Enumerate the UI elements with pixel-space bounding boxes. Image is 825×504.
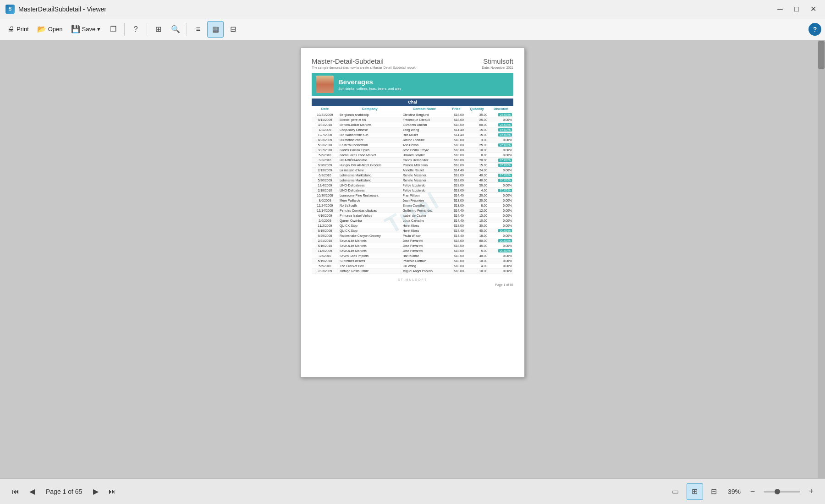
cell-discount: 0.00% <box>489 268 513 274</box>
table-row: 5/5/2010 The Cracker Box Liu Wong $18.00… <box>312 263 513 268</box>
view-multi-button[interactable]: ⊟ <box>706 483 722 500</box>
cell-qty: 60.00 <box>465 122 489 127</box>
col-discount: Discount <box>489 106 513 112</box>
toolbar-btn-4[interactable]: 🔍 <box>167 21 184 38</box>
cell-discount: 0.00% <box>489 213 513 218</box>
cell-discount: 0.00% <box>489 117 513 122</box>
cell-contact: Miguel Angel Paolino <box>401 268 447 274</box>
nav-next-button[interactable]: ▶ <box>88 483 104 500</box>
view-page-button[interactable]: ⊞ <box>687 483 703 500</box>
cell-qty: 10.00 <box>465 258 489 263</box>
page-number: Page 1 of 65 <box>312 283 513 286</box>
cell-date: 9/26/2009 <box>312 163 338 168</box>
cell-qty: 24.00 <box>465 168 489 173</box>
cell-price: $14.40 <box>447 132 465 137</box>
nav-prev-button[interactable]: ◀ <box>24 483 40 500</box>
category-image-inner <box>316 76 334 93</box>
cell-company: Princesa Isabel Vinhos <box>338 213 401 218</box>
cell-date: 11/2/2009 <box>312 223 338 228</box>
save-button[interactable]: 💾 Save ▾ <box>67 21 104 38</box>
cell-company: Hungry Owl All-Night Grocers <box>338 163 401 168</box>
cell-price: $18.00 <box>447 158 465 163</box>
cell-qty: 12.00 <box>465 208 489 213</box>
cell-contact: Hari Kumar <box>401 253 447 258</box>
report-brand: Stimulsoft <box>483 57 513 65</box>
cell-discount: 15.00% <box>489 173 513 178</box>
toolbar-btn-1[interactable]: ❐ <box>105 21 121 38</box>
cell-contact: Patricia McKenna <box>401 163 447 168</box>
cell-company: Blondel père et fils <box>338 117 401 122</box>
category-text: Beverages Soft drinks, coffees, teas, be… <box>338 78 401 91</box>
report-footer: STIMULSOFT <box>312 278 513 281</box>
nav-last-button[interactable]: ⏭ <box>104 483 121 500</box>
cell-price: $14.40 <box>447 233 465 238</box>
view-single-button[interactable]: ▭ <box>667 483 684 500</box>
col-price: Price <box>447 106 465 112</box>
save-label: Save <box>82 26 96 33</box>
close-button[interactable]: ✕ <box>807 3 820 16</box>
cell-date: 2/18/2010 <box>312 188 338 193</box>
toolbar-btn-5[interactable]: ≡ <box>190 21 206 38</box>
zoom-out-button[interactable]: − <box>746 485 759 498</box>
cell-company: Great Lakes Food Market <box>338 153 401 158</box>
cell-discount: 20.00% <box>489 248 513 253</box>
table-row: 6/3/2010 Lehmanns Marktstand Renate Mess… <box>312 173 513 178</box>
cell-date: 10/31/2009 <box>312 112 338 117</box>
col-date: Date <box>312 106 338 112</box>
cell-discount: 0.00% <box>489 218 513 223</box>
cell-contact: Renate Messner <box>401 178 447 183</box>
cell-price: $18.00 <box>447 263 465 268</box>
cell-contact: Elizabeth Lincoln <box>401 122 447 127</box>
toolbar-btn-3[interactable]: ⊞ <box>150 21 166 38</box>
cell-contact: Paula Wilson <box>401 233 447 238</box>
maximize-button[interactable]: □ <box>790 3 803 16</box>
cell-price: $18.00 <box>447 253 465 258</box>
cell-discount: 25.00% <box>489 188 513 193</box>
help-button[interactable]: ? <box>808 23 821 36</box>
cell-company: Save-a-lot Markets <box>338 238 401 243</box>
zoom-in-button[interactable]: + <box>805 485 818 498</box>
cell-price: $18.00 <box>447 122 465 127</box>
table-row: 9/19/2008 QUICK-Stop Horst Kloss $14.40 … <box>312 228 513 233</box>
cell-company: The Cracker Box <box>338 263 401 268</box>
cell-qty: 50.00 <box>465 183 489 188</box>
cell-company: Tortuga Restaurante <box>338 268 401 274</box>
zoom-slider[interactable] <box>764 491 800 493</box>
cell-qty: 15.00 <box>465 127 489 132</box>
report-title: Master-Detail-Subdetail <box>312 57 384 65</box>
cell-contact: Jose Pavarotti <box>401 248 447 253</box>
col-contact: Contact Name <box>401 106 447 112</box>
cell-company: Pericles Comidas clásicas <box>338 208 401 213</box>
cell-date: 11/9/2009 <box>312 248 338 253</box>
cell-price: $18.00 <box>447 188 465 193</box>
cell-qty: 20.00 <box>465 198 489 203</box>
cell-date: 2/13/2009 <box>312 168 338 173</box>
open-button[interactable]: 📂 Open <box>33 21 66 38</box>
toolbar-btn-2[interactable]: ? <box>127 21 144 38</box>
minimize-button[interactable]: ─ <box>774 3 786 16</box>
right-scrollbar[interactable] <box>818 40 825 478</box>
cell-company: QUICK-Stop <box>338 223 401 228</box>
cell-qty: 3.00 <box>465 137 489 142</box>
table-row: 2/13/2009 La maison d'Asie Annette Roule… <box>312 168 513 173</box>
table-body: 10/31/2009 Berglunds snabbköp Christina … <box>312 112 513 274</box>
cell-contact: Carlos Hernández <box>401 158 447 163</box>
nav-first-button[interactable]: ⏮ <box>7 483 24 500</box>
cell-qty: 4.00 <box>465 263 489 268</box>
print-button[interactable]: 🖨 Print <box>4 21 33 38</box>
app-icon: S <box>6 5 15 14</box>
toolbar-btn-7[interactable]: ⊟ <box>225 21 241 38</box>
status-bar-right: ▭ ⊞ ⊟ 39% − + <box>667 483 818 500</box>
cell-contact: Annette Roulet <box>401 168 447 173</box>
toolbar-btn-6[interactable]: ▦ <box>207 21 224 38</box>
table-row: 5/23/2010 Eastern Connection Ann Devon $… <box>312 142 513 148</box>
cell-discount: 15.00% <box>489 132 513 137</box>
cell-price: $18.00 <box>447 163 465 168</box>
open-icon: 📂 <box>37 25 46 33</box>
cell-price: $14.40 <box>447 127 465 132</box>
cell-price: $14.40 <box>447 218 465 223</box>
cell-date: 9/19/2008 <box>312 228 338 233</box>
open-label: Open <box>48 26 63 33</box>
cell-price: $18.00 <box>447 258 465 263</box>
cell-date: 3/31/2010 <box>312 122 338 127</box>
